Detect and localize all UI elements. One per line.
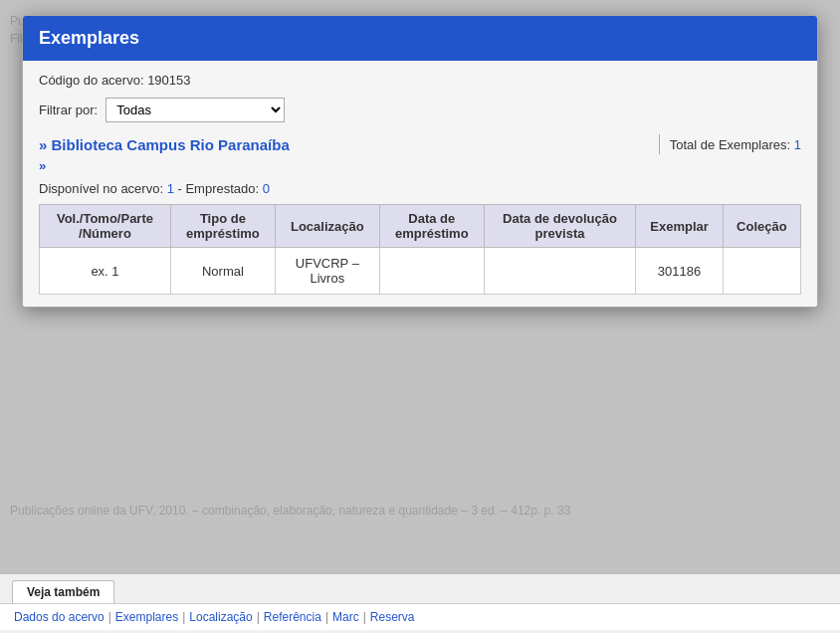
col-tipo: Tipo deempréstimo	[170, 205, 275, 248]
col-localizacao: Localização	[275, 205, 379, 248]
disponivel-value[interactable]: 1	[167, 181, 174, 196]
footer-sep-4: |	[325, 610, 328, 624]
codigo-value: 190153	[147, 73, 190, 88]
table-head: Vol./Tomo/Parte/Número Tipo deempréstimo…	[40, 205, 801, 248]
footer-link-dados[interactable]: Dados do acervo	[14, 610, 105, 624]
total-exemplares: Total de Exemplares: 1	[670, 137, 801, 152]
footer-link-marc[interactable]: Marc	[332, 610, 359, 624]
biblioteca-row: » Biblioteca Campus Rio Paranaíba Total …	[39, 134, 801, 154]
vertical-divider	[659, 134, 660, 154]
table-body: ex. 1 Normal UFVCRP –Livros 301186	[40, 248, 801, 295]
cell-exemplar: 301186	[636, 248, 723, 295]
footer-sep-3: |	[257, 610, 260, 624]
emprestado-value[interactable]: 0	[263, 181, 270, 196]
tab-veja-tambem[interactable]: Veja também	[12, 580, 114, 603]
footer-tab-row: Veja também	[0, 574, 840, 603]
modal-overlay: Exemplares Código do acervo: 190153 Filt…	[0, 0, 840, 573]
footer-link-reserva[interactable]: Reserva	[370, 610, 415, 624]
exemplares-table: Vol./Tomo/Parte/Número Tipo deempréstimo…	[39, 204, 801, 295]
biblioteca-link[interactable]: » Biblioteca Campus Rio Paranaíba	[39, 136, 290, 153]
chevron-link[interactable]: »	[39, 158, 46, 173]
col-colecao: Coleção	[723, 205, 800, 248]
emprestado-label: - Emprestado:	[178, 181, 260, 196]
biblioteca-left: » Biblioteca Campus Rio Paranaíba	[39, 136, 290, 153]
codigo-acervo: Código do acervo: 190153	[39, 73, 801, 88]
modal-body: Código do acervo: 190153 Filtrar por: To…	[23, 61, 817, 307]
filtrar-label: Filtrar por:	[39, 103, 98, 117]
col-vol: Vol./Tomo/Parte/Número	[40, 205, 171, 248]
codigo-label: Código do acervo:	[39, 73, 144, 88]
footer-sep-2: |	[182, 610, 185, 624]
disponivel-row: Disponível no acervo: 1 - Emprestado: 0	[39, 181, 801, 196]
footer-link-localizacao[interactable]: Localização	[189, 610, 252, 624]
cell-vol: ex. 1	[40, 248, 171, 295]
disponivel-label: Disponível no acervo:	[39, 181, 163, 196]
footer-sep-1: |	[108, 610, 111, 624]
cell-data-dev	[484, 248, 636, 295]
footer-link-exemplares[interactable]: Exemplares	[115, 610, 178, 624]
filtrar-row: Filtrar por: Todas Disponível Emprestado	[39, 98, 801, 122]
cell-tipo: Normal	[170, 248, 275, 295]
footer-link-referencia[interactable]: Referência	[264, 610, 321, 624]
biblioteca-right: Total de Exemplares: 1	[649, 134, 801, 154]
col-data-emp: Data deempréstimo	[379, 205, 484, 248]
exemplares-modal: Exemplares Código do acervo: 190153 Filt…	[22, 15, 818, 308]
filtrar-select[interactable]: Todas Disponível Emprestado	[105, 98, 285, 122]
table-row: ex. 1 Normal UFVCRP –Livros 301186	[40, 248, 801, 295]
col-exemplar: Exemplar	[636, 205, 723, 248]
cell-localizacao: UFVCRP –Livros	[275, 248, 379, 295]
footer-links-row: Dados do acervo | Exemplares | Localizaç…	[0, 603, 840, 630]
modal-header: Exemplares	[23, 16, 817, 61]
footer-bar: Veja também Dados do acervo | Exemplares…	[0, 573, 840, 633]
chevron-row: »	[39, 158, 801, 181]
footer-sep-5: |	[363, 610, 366, 624]
table-header-row: Vol./Tomo/Parte/Número Tipo deempréstimo…	[40, 205, 801, 248]
cell-colecao	[723, 248, 800, 295]
cell-data-emp	[379, 248, 484, 295]
modal-title: Exemplares	[39, 28, 139, 48]
col-data-dev: Data de devoluçãoprevista	[484, 205, 636, 248]
total-value[interactable]: 1	[794, 137, 801, 152]
